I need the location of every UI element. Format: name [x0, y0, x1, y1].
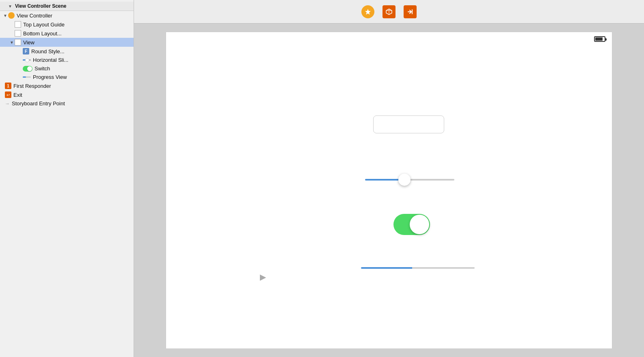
slider-element[interactable]: [365, 174, 454, 186]
arrow-icon: ▼: [3, 13, 8, 18]
circle-yellow-icon: [8, 12, 15, 19]
sidebar-item-label: Storyboard Entry Point: [12, 100, 65, 107]
storyboard-entry-arrow: ▶: [260, 272, 266, 282]
sidebar-item-top-layout-guide[interactable]: Top Layout Guide: [0, 20, 134, 29]
sidebar: ▼ View Controller Scene ▼ View Controlle…: [0, 0, 134, 357]
slider-thumb[interactable]: [398, 174, 411, 186]
status-bar: [594, 36, 605, 42]
progress-icon: [23, 76, 31, 78]
exit-icon: ↩: [5, 91, 11, 98]
box-icon: [15, 39, 21, 46]
star-icon: [365, 9, 371, 15]
sidebar-item-progress-view[interactable]: Progress View: [0, 73, 134, 81]
sidebar-item-label: Bottom Layout...: [23, 30, 62, 37]
slider-icon: [23, 59, 31, 61]
scene-header-label: View Controller Scene: [15, 3, 67, 9]
battery-icon: [594, 36, 605, 42]
sidebar-item-label: Switch: [35, 65, 50, 72]
scene-header: ▼ View Controller Scene: [0, 2, 134, 11]
box-icon: [15, 21, 21, 28]
sidebar-item-switch[interactable]: Switch: [0, 64, 134, 73]
toolbar-button-yellow[interactable]: [361, 5, 374, 18]
arrow-icon: ▼: [10, 40, 15, 45]
box-icon: [15, 30, 21, 37]
canvas-area: ▶: [134, 24, 644, 357]
battery-fill: [595, 37, 603, 41]
textfield-element[interactable]: [373, 115, 444, 133]
exit-arrow-icon: [406, 8, 414, 15]
sidebar-item-label: First Responder: [13, 83, 51, 89]
toolbar-button-exit[interactable]: [404, 5, 417, 18]
slider-empty: [405, 179, 454, 181]
sidebar-item-label: Horizontal Sli...: [33, 57, 68, 63]
sidebar-item-label: View Controller: [17, 13, 52, 19]
main-area: ▶: [134, 0, 644, 357]
sidebar-item-bottom-layout[interactable]: Bottom Layout...: [0, 29, 134, 38]
svg-marker-0: [365, 9, 371, 15]
sidebar-item-exit[interactable]: ↩ Exit: [0, 90, 134, 99]
toolbar-button-cube[interactable]: [383, 5, 395, 18]
sidebar-item-round-style[interactable]: F Round Style...: [0, 47, 134, 56]
switch-icon: [23, 66, 32, 72]
cube-icon: [385, 8, 393, 15]
switch-thumb: [410, 215, 429, 234]
scene-header-arrow: ▼: [8, 4, 13, 9]
sidebar-item-view[interactable]: ▼ View: [0, 38, 134, 47]
sidebar-item-first-responder[interactable]: 1 First Responder: [0, 81, 134, 90]
sidebar-item-horizontal-slider[interactable]: Horizontal Sli...: [0, 56, 134, 64]
progress-filled: [361, 267, 412, 269]
arrow-right-icon: →: [5, 101, 10, 107]
sidebar-item-label: Round Style...: [31, 48, 65, 54]
sidebar-item-label: View: [23, 39, 35, 46]
sidebar-item-label: Top Layout Guide: [23, 22, 65, 28]
F-icon: F: [23, 48, 29, 54]
sidebar-item-label: Exit: [13, 92, 22, 98]
toolbar: [134, 0, 644, 24]
iphone-canvas: [166, 32, 612, 349]
sidebar-item-label: Progress View: [33, 74, 67, 80]
sidebar-item-storyboard-entry[interactable]: → Storyboard Entry Point: [0, 99, 134, 108]
progress-element: [361, 267, 475, 269]
sidebar-item-view-controller[interactable]: ▼ View Controller: [0, 11, 134, 20]
cube-icon: 1: [5, 83, 11, 89]
progress-empty: [412, 267, 475, 269]
switch-element[interactable]: [393, 214, 430, 235]
